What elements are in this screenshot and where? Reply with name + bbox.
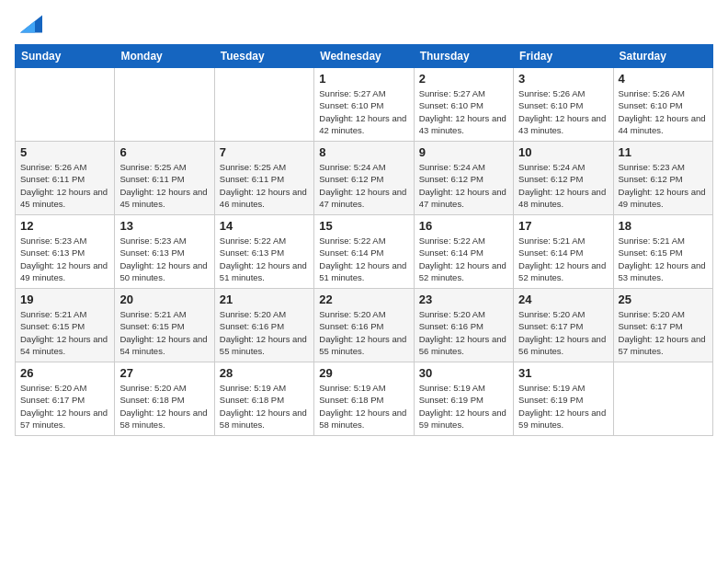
weekday-header: Thursday (414, 45, 513, 68)
calendar-week-row: 19Sunrise: 5:21 AM Sunset: 6:15 PM Dayli… (16, 289, 713, 362)
day-number: 28 (220, 366, 309, 380)
calendar-day-cell: 23Sunrise: 5:20 AM Sunset: 6:16 PM Dayli… (414, 289, 513, 362)
day-number: 30 (419, 366, 508, 380)
day-number: 17 (518, 219, 608, 233)
logo (15, 15, 50, 33)
calendar-week-row: 1Sunrise: 5:27 AM Sunset: 6:10 PM Daylig… (16, 68, 713, 142)
day-number: 3 (518, 72, 608, 86)
day-number: 10 (518, 145, 608, 159)
weekday-header: Sunday (16, 45, 115, 68)
calendar-table: SundayMondayTuesdayWednesdayThursdayFrid… (15, 44, 713, 436)
day-info: Sunrise: 5:20 AM Sunset: 6:16 PM Dayligh… (220, 308, 309, 357)
calendar-day-cell: 16Sunrise: 5:22 AM Sunset: 6:14 PM Dayli… (414, 215, 513, 289)
day-info: Sunrise: 5:22 AM Sunset: 6:14 PM Dayligh… (319, 235, 408, 283)
day-info: Sunrise: 5:20 AM Sunset: 6:16 PM Dayligh… (319, 308, 408, 357)
day-number: 6 (119, 145, 209, 159)
calendar-day-cell (613, 362, 712, 436)
day-number: 23 (419, 293, 508, 306)
calendar-day-cell: 9Sunrise: 5:24 AM Sunset: 6:12 PM Daylig… (414, 142, 513, 215)
calendar-day-cell: 5Sunrise: 5:26 AM Sunset: 6:11 PM Daylig… (16, 142, 115, 215)
day-number: 13 (119, 219, 209, 233)
day-number: 26 (20, 366, 109, 380)
weekday-header: Saturday (613, 45, 712, 68)
day-number: 8 (319, 145, 408, 159)
calendar-day-cell (16, 68, 115, 142)
day-info: Sunrise: 5:23 AM Sunset: 6:13 PM Dayligh… (119, 235, 209, 283)
calendar-day-cell: 12Sunrise: 5:23 AM Sunset: 6:13 PM Dayli… (16, 215, 115, 289)
calendar-day-cell: 10Sunrise: 5:24 AM Sunset: 6:12 PM Dayli… (514, 142, 613, 215)
calendar-day-cell: 19Sunrise: 5:21 AM Sunset: 6:15 PM Dayli… (16, 289, 115, 362)
svg-marker-1 (20, 21, 35, 33)
day-number: 19 (20, 293, 109, 306)
day-number: 11 (619, 145, 708, 159)
calendar-day-cell: 27Sunrise: 5:20 AM Sunset: 6:18 PM Dayli… (115, 362, 214, 436)
day-number: 20 (119, 293, 209, 306)
day-number: 21 (220, 293, 309, 306)
day-info: Sunrise: 5:20 AM Sunset: 6:16 PM Dayligh… (419, 308, 508, 357)
calendar-day-cell: 25Sunrise: 5:20 AM Sunset: 6:17 PM Dayli… (613, 289, 712, 362)
day-number: 15 (319, 219, 408, 233)
day-number: 7 (220, 145, 309, 159)
day-info: Sunrise: 5:22 AM Sunset: 6:13 PM Dayligh… (220, 235, 309, 283)
calendar-day-cell: 4Sunrise: 5:26 AM Sunset: 6:10 PM Daylig… (613, 68, 712, 142)
day-info: Sunrise: 5:25 AM Sunset: 6:11 PM Dayligh… (119, 161, 209, 210)
day-number: 5 (20, 145, 109, 159)
day-info: Sunrise: 5:19 AM Sunset: 6:18 PM Dayligh… (319, 382, 408, 431)
day-number: 9 (419, 145, 508, 159)
day-info: Sunrise: 5:26 AM Sunset: 6:10 PM Dayligh… (619, 87, 708, 136)
day-info: Sunrise: 5:24 AM Sunset: 6:12 PM Dayligh… (419, 161, 508, 210)
calendar-day-cell: 20Sunrise: 5:21 AM Sunset: 6:15 PM Dayli… (115, 289, 214, 362)
page-header (15, 15, 713, 33)
calendar-day-cell: 2Sunrise: 5:27 AM Sunset: 6:10 PM Daylig… (414, 68, 513, 142)
day-number: 1 (319, 72, 408, 86)
day-number: 4 (619, 72, 708, 86)
calendar-day-cell: 29Sunrise: 5:19 AM Sunset: 6:18 PM Dayli… (314, 362, 414, 436)
weekday-header: Friday (514, 45, 613, 68)
day-info: Sunrise: 5:23 AM Sunset: 6:12 PM Dayligh… (619, 161, 708, 210)
day-info: Sunrise: 5:19 AM Sunset: 6:19 PM Dayligh… (518, 382, 608, 431)
day-info: Sunrise: 5:22 AM Sunset: 6:14 PM Dayligh… (419, 235, 508, 283)
calendar-day-cell: 15Sunrise: 5:22 AM Sunset: 6:14 PM Dayli… (314, 215, 414, 289)
day-info: Sunrise: 5:21 AM Sunset: 6:15 PM Dayligh… (20, 308, 109, 357)
day-info: Sunrise: 5:23 AM Sunset: 6:13 PM Dayligh… (20, 235, 109, 283)
day-info: Sunrise: 5:19 AM Sunset: 6:18 PM Dayligh… (220, 382, 309, 431)
calendar-day-cell: 21Sunrise: 5:20 AM Sunset: 6:16 PM Dayli… (214, 289, 313, 362)
day-number: 27 (119, 366, 209, 380)
calendar-day-cell: 6Sunrise: 5:25 AM Sunset: 6:11 PM Daylig… (115, 142, 214, 215)
weekday-header: Monday (115, 45, 214, 68)
calendar-day-cell: 31Sunrise: 5:19 AM Sunset: 6:19 PM Dayli… (514, 362, 613, 436)
day-info: Sunrise: 5:21 AM Sunset: 6:14 PM Dayligh… (518, 235, 608, 283)
calendar-day-cell: 22Sunrise: 5:20 AM Sunset: 6:16 PM Dayli… (314, 289, 414, 362)
day-info: Sunrise: 5:26 AM Sunset: 6:10 PM Dayligh… (518, 87, 608, 136)
day-number: 14 (220, 219, 309, 233)
day-info: Sunrise: 5:21 AM Sunset: 6:15 PM Dayligh… (619, 235, 708, 283)
calendar-day-cell: 11Sunrise: 5:23 AM Sunset: 6:12 PM Dayli… (613, 142, 712, 215)
day-number: 29 (319, 366, 408, 380)
day-info: Sunrise: 5:27 AM Sunset: 6:10 PM Dayligh… (419, 87, 508, 136)
day-info: Sunrise: 5:20 AM Sunset: 6:17 PM Dayligh… (518, 308, 608, 357)
day-info: Sunrise: 5:27 AM Sunset: 6:10 PM Dayligh… (319, 87, 408, 136)
day-number: 18 (619, 219, 708, 233)
calendar-day-cell: 28Sunrise: 5:19 AM Sunset: 6:18 PM Dayli… (214, 362, 313, 436)
weekday-header: Wednesday (314, 45, 414, 68)
day-number: 24 (518, 293, 608, 306)
calendar-day-cell: 7Sunrise: 5:25 AM Sunset: 6:11 PM Daylig… (214, 142, 313, 215)
calendar-day-cell: 26Sunrise: 5:20 AM Sunset: 6:17 PM Dayli… (16, 362, 115, 436)
day-number: 16 (419, 219, 508, 233)
day-info: Sunrise: 5:20 AM Sunset: 6:17 PM Dayligh… (619, 308, 708, 357)
calendar-day-cell: 13Sunrise: 5:23 AM Sunset: 6:13 PM Dayli… (115, 215, 214, 289)
day-info: Sunrise: 5:19 AM Sunset: 6:19 PM Dayligh… (419, 382, 508, 431)
calendar-day-cell: 30Sunrise: 5:19 AM Sunset: 6:19 PM Dayli… (414, 362, 513, 436)
calendar-day-cell: 3Sunrise: 5:26 AM Sunset: 6:10 PM Daylig… (514, 68, 613, 142)
day-info: Sunrise: 5:20 AM Sunset: 6:17 PM Dayligh… (20, 382, 109, 431)
calendar-week-row: 5Sunrise: 5:26 AM Sunset: 6:11 PM Daylig… (16, 142, 713, 215)
calendar-week-row: 26Sunrise: 5:20 AM Sunset: 6:17 PM Dayli… (16, 362, 713, 436)
logo-icon (20, 15, 42, 33)
day-number: 31 (518, 366, 608, 380)
calendar-day-cell (214, 68, 313, 142)
day-info: Sunrise: 5:24 AM Sunset: 6:12 PM Dayligh… (319, 161, 408, 210)
day-info: Sunrise: 5:20 AM Sunset: 6:18 PM Dayligh… (119, 382, 209, 431)
day-info: Sunrise: 5:26 AM Sunset: 6:11 PM Dayligh… (20, 161, 109, 210)
day-number: 22 (319, 293, 408, 306)
day-info: Sunrise: 5:21 AM Sunset: 6:15 PM Dayligh… (119, 308, 209, 357)
